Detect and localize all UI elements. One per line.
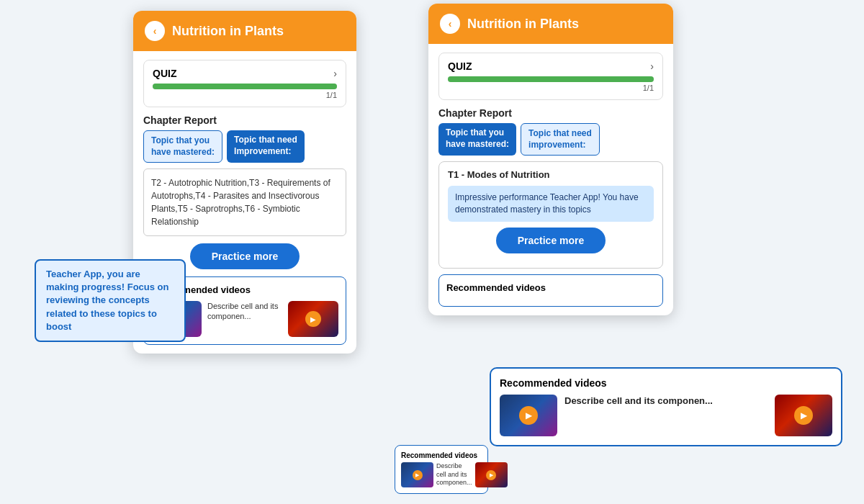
left-topic-badges: Topic that you have mastered: Topic that… xyxy=(143,130,346,163)
left-video-bg-2: ▶ xyxy=(288,301,338,337)
big-thumb-bg-1: ▶ xyxy=(500,395,557,436)
right-mastery-message: Impressive performance Teacher App! You … xyxy=(448,186,654,222)
mini-thumb-1[interactable]: ▶ xyxy=(401,462,433,487)
right-card-body: QUIZ › 1/1 Chapter Report Topic that you… xyxy=(428,44,673,315)
left-quiz-progress-fill xyxy=(153,84,337,89)
right-practice-button[interactable]: Practice more xyxy=(496,228,606,253)
left-card-title: Nutrition in Plants xyxy=(172,24,284,39)
right-quiz-progress-bar xyxy=(448,76,654,82)
left-progress-callout: Teacher App, you are making progress! Fo… xyxy=(35,259,186,342)
right-recommended-title-inner: Recommended videos xyxy=(446,282,655,293)
left-quiz-label: QUIZ xyxy=(153,68,176,79)
left-badge-mastered: Topic that you have mastered: xyxy=(143,130,222,163)
mini-video-label: Describe cell and its componen... xyxy=(436,462,472,487)
right-badge-improve: Topic that need improvement: xyxy=(521,123,600,156)
left-topics-box: T2 - Autotrophic Nutrition,T3 - Requirem… xyxy=(143,168,346,236)
left-quiz-progress-bar xyxy=(153,84,337,89)
left-badge-improve: Topic that need Improvement: xyxy=(227,130,305,163)
left-video-info-1: Describe cell and its componen... xyxy=(207,301,282,337)
big-video-label: Describe cell and its componen... xyxy=(564,395,713,408)
big-recommended-card: Recommended videos ▶ Describe cell and i… xyxy=(490,367,842,446)
big-thumb-2[interactable]: ▶ xyxy=(775,395,832,436)
big-video-row: ▶ Describe cell and its componen... ▶ xyxy=(500,395,832,436)
right-t1-section: T1 - Modes of Nutrition Impressive perfo… xyxy=(438,161,663,269)
big-thumb-bg-2: ▶ xyxy=(775,395,832,436)
left-chapter-report-title: Chapter Report xyxy=(143,114,346,126)
right-quiz-progress-fill xyxy=(448,76,654,82)
right-quiz-count: 1/1 xyxy=(448,84,654,92)
mini-play-icon-2[interactable]: ▶ xyxy=(486,470,496,480)
mini-rec-title: Recommended videos xyxy=(401,451,482,459)
right-screen-card: ‹ Nutrition in Plants QUIZ › 1/1 Chapter… xyxy=(428,4,673,315)
left-quiz-count: 1/1 xyxy=(153,91,337,99)
mini-video-row: ▶ Describe cell and its componen... ▶ xyxy=(401,462,482,487)
big-play-icon-2[interactable]: ▶ xyxy=(794,406,813,425)
left-back-button[interactable]: ‹ xyxy=(145,21,165,41)
right-t1-title: T1 - Modes of Nutrition xyxy=(448,169,654,180)
left-practice-button[interactable]: Practice more xyxy=(190,243,300,269)
big-rec-title: Recommended videos xyxy=(500,377,832,389)
right-recommended-section: Recommended videos xyxy=(438,274,663,307)
right-badge-mastered: Topic that you have mastered: xyxy=(438,123,516,156)
big-thumb-1[interactable]: ▶ xyxy=(500,395,557,436)
left-video-thumb-2[interactable]: ▶ xyxy=(288,301,338,337)
mini-recommended-card: Recommended videos ▶ Describe cell and i… xyxy=(395,445,488,494)
right-back-button[interactable]: ‹ xyxy=(440,14,460,34)
left-card-header: ‹ Nutrition in Plants xyxy=(133,11,356,51)
mini-play-icon-1[interactable]: ▶ xyxy=(413,470,423,480)
right-chapter-report-title: Chapter Report xyxy=(438,107,663,119)
right-quiz-label: QUIZ xyxy=(448,60,472,72)
right-topic-badges: Topic that you have mastered: Topic that… xyxy=(438,123,663,156)
left-quiz-row[interactable]: QUIZ › 1/1 xyxy=(143,60,346,107)
big-play-icon-1[interactable]: ▶ xyxy=(519,406,538,425)
mini-thumb-2[interactable]: ▶ xyxy=(475,462,508,487)
right-card-title: Nutrition in Plants xyxy=(467,17,579,32)
right-card-header: ‹ Nutrition in Plants xyxy=(428,4,673,44)
right-quiz-chevron: › xyxy=(650,60,654,72)
left-play-icon-2[interactable]: ▶ xyxy=(305,311,321,327)
mini-thumb-bg-2: ▶ xyxy=(475,462,508,487)
right-quiz-row[interactable]: QUIZ › 1/1 xyxy=(438,53,663,100)
left-quiz-chevron: › xyxy=(333,68,337,79)
mini-thumb-bg-1: ▶ xyxy=(401,462,433,487)
